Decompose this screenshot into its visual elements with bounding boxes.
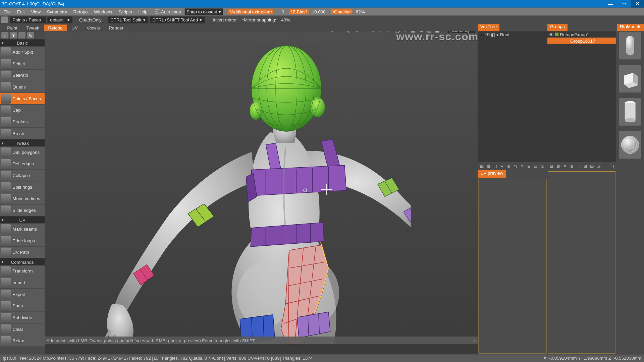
tool-uv-path[interactable]: UV Path — [0, 247, 45, 258]
preset-dropdown[interactable]: default▾ — [47, 16, 72, 23]
tab-paint[interactable]: Paint — [3, 24, 22, 31]
tool-points-faces[interactable]: Points / Faces — [0, 93, 45, 105]
tab-uv[interactable]: UV — [67, 24, 82, 31]
tool-export[interactable]: Export — [0, 289, 45, 300]
vp-move-icon[interactable]: ✥ — [370, 31, 376, 33]
menu-scripts[interactable]: Scripts — [116, 9, 135, 14]
menu-windows[interactable]: Windows — [91, 9, 115, 14]
uvpreview-tab[interactable]: UV preview — [478, 170, 506, 178]
viewport[interactable]: ☀ ⋮ ◎ ↺ + ✥ ➤ ⇄ ◯ ○ ▦ ⊞ ▧ ▣ [Camera] ▾ w… — [45, 31, 478, 344]
minimize-button[interactable]: — — [604, 0, 617, 8]
autosnap-checkbox[interactable] — [155, 9, 159, 14]
gr-icon-2[interactable]: 🗑 — [556, 164, 561, 169]
group-selected-row[interactable]: Group16617 — [547, 38, 616, 44]
tool-strokes[interactable]: Strokes — [0, 116, 45, 128]
shelf-cube[interactable] — [619, 65, 641, 93]
gr-icon-7[interactable]: ▤ — [589, 164, 595, 169]
vp-dots-icon[interactable]: ⋮ — [338, 31, 344, 33]
gr-icon-4[interactable]: ⊕ — [569, 164, 575, 169]
tool-transform[interactable]: Transform — [0, 265, 45, 277]
groups-tab[interactable]: Groups — [547, 24, 568, 32]
mode-field[interactable]: Points / Faces — [10, 16, 46, 23]
vt-icon-7[interactable]: ↺ — [520, 164, 525, 169]
vp-sun-icon[interactable]: ☀ — [330, 31, 336, 33]
zbias-value[interactable]: 10.000 — [310, 9, 326, 14]
vt-icon-4[interactable]: ● — [499, 164, 505, 169]
voxtree-root[interactable]: —👁◧▾ Root — [478, 31, 547, 38]
ctrlshift-tool-dropdown[interactable]: CTRL+SHIFT Tool Add▾ — [150, 16, 205, 23]
rtpmodels-tab[interactable]: RtpModels — [617, 24, 644, 32]
tool-add-split[interactable]: Add / Split — [0, 47, 45, 58]
vt-icon-10[interactable]: ⇲ — [540, 164, 545, 169]
vt-icon-2[interactable]: 🗑 — [486, 164, 491, 169]
brush-pen-icon[interactable]: ✎ — [27, 32, 34, 39]
gr-icon-1[interactable]: ▦ — [549, 164, 554, 169]
menu-file[interactable]: File — [1, 9, 13, 14]
tool-brush[interactable]: Brush — [0, 128, 45, 139]
tab-voxels[interactable]: Voxels — [82, 24, 104, 31]
menu-symmetry[interactable]: Symmetry — [44, 9, 70, 14]
tool-snap[interactable]: Snap — [0, 300, 45, 312]
vp-target-icon[interactable]: ◎ — [346, 31, 352, 33]
tool-quads[interactable]: Quads — [0, 81, 45, 93]
tab-render[interactable]: Render — [104, 24, 128, 31]
tool-slide-edges[interactable]: Slide edges — [0, 205, 45, 217]
gr-icon-8[interactable]: ⇲ — [596, 164, 601, 169]
tool-group-basic[interactable]: ▾Basic — [0, 39, 45, 46]
maximize-button[interactable]: ▭ — [617, 0, 631, 8]
shelf-sphere[interactable] — [619, 131, 641, 159]
vt-icon-1[interactable]: ▦ — [479, 164, 485, 169]
retopo-group-row[interactable]: 👁 RetopoGroup1 — [547, 31, 616, 38]
gr-menu-icon[interactable]: ▾ — [611, 164, 616, 169]
vt-icon-3[interactable]: ▢ — [493, 164, 498, 169]
tool-selpath[interactable]: SelPath — [0, 70, 45, 81]
tool-del-polygons[interactable]: Del. polygons — [0, 146, 45, 158]
vp-undo-icon[interactable]: ↺ — [354, 31, 360, 33]
tab-tweak[interactable]: Tweak — [22, 24, 44, 31]
tool-relax[interactable]: Relax — [0, 335, 45, 347]
tool-group-commands[interactable]: ▾Commands — [0, 258, 45, 265]
tool-mark-seams[interactable]: Mark seams — [0, 224, 45, 235]
menu-edit[interactable]: Edit — [14, 9, 28, 14]
vp-plus-icon[interactable]: + — [362, 31, 368, 33]
gr-icon-6[interactable]: ⊞ — [583, 164, 588, 169]
snap-mode-dropdown[interactable]: Snap to closest▾ — [184, 8, 223, 15]
brush-dot-icon[interactable]: · — [18, 32, 25, 39]
tool-edge-loops[interactable]: Edge loops — [0, 235, 45, 247]
tool-del-edges[interactable]: Del. edges — [0, 158, 45, 170]
uv-preview-right[interactable] — [548, 171, 615, 354]
menu-help[interactable]: Help — [136, 9, 150, 14]
shelf-capsule[interactable] — [619, 32, 641, 60]
vt-icon-9[interactable]: ▤ — [533, 164, 538, 169]
tool-cap[interactable]: Cap — [0, 105, 45, 116]
brush-move-icon[interactable]: ↕ — [1, 32, 8, 39]
mirror-snapping-value[interactable]: 40% — [278, 17, 290, 22]
voxtree-list[interactable]: —👁◧▾ Root — [478, 31, 547, 162]
vt-icon-6[interactable]: ⇆ — [513, 164, 518, 169]
close-button[interactable]: ✕ — [631, 0, 644, 8]
vp-arrow-icon[interactable]: ➤ — [378, 31, 384, 33]
additional-extrusion-value[interactable]: 0 — [274, 9, 284, 14]
tool-group-tweak[interactable]: ▾Tweak — [0, 139, 45, 146]
uv-preview[interactable] — [479, 179, 547, 353]
opacity-value[interactable]: 62% — [353, 9, 365, 14]
vt-icon-5[interactable]: ⊕ — [506, 164, 512, 169]
menu-view[interactable]: View — [28, 9, 43, 14]
tool-import[interactable]: Import — [0, 277, 45, 289]
brush-text-icon[interactable]: T — [10, 32, 17, 39]
ctrl-tool-dropdown[interactable]: CTRL Tool Split▾ — [108, 16, 148, 23]
groups-list[interactable]: 👁 RetopoGroup1 Group16617 — [547, 31, 616, 162]
tool-group-uv[interactable]: ▾UV — [0, 216, 45, 223]
tool-clear[interactable]: Clear — [0, 323, 45, 335]
tool-collapse[interactable]: Collapse — [0, 170, 45, 182]
tool-select[interactable]: Select — [0, 58, 45, 70]
tab-retopo[interactable]: Retopo — [44, 24, 67, 31]
hint-close-button[interactable]: × — [473, 338, 476, 343]
tool-subdivide[interactable]: Subdivide — [0, 312, 45, 324]
voxtree-tab[interactable]: VoxTree — [478, 24, 499, 32]
gr-icon-3[interactable]: ≡ — [562, 164, 568, 169]
menu-retopo[interactable]: Retopo — [70, 9, 90, 14]
vt-icon-8[interactable]: ⊞ — [526, 164, 532, 169]
vp-link-icon[interactable]: ⇄ — [386, 31, 392, 33]
tool-split-rings[interactable]: Split rings — [0, 181, 45, 193]
